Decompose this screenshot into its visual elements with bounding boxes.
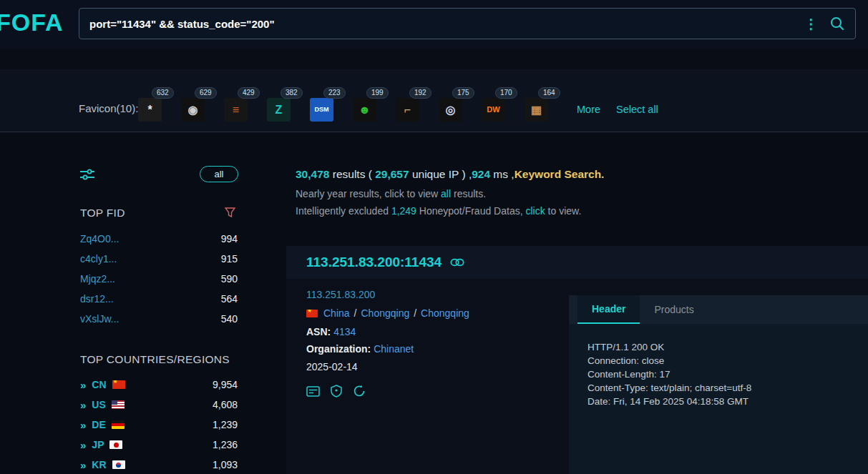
favicon-count-badge: 429 — [238, 87, 260, 99]
country-row: » JP 1,236 — [80, 438, 238, 452]
link-icon[interactable] — [450, 258, 464, 267]
country-link[interactable]: DE — [92, 419, 105, 430]
favicon-image: ◉ — [188, 104, 198, 116]
refresh-icon[interactable] — [353, 385, 366, 398]
favicon-image: * — [147, 104, 152, 116]
organization-label: Organization: — [306, 343, 371, 355]
favicon-item[interactable]: 192 ⌐ — [396, 98, 419, 122]
filter-settings-icon[interactable] — [80, 169, 94, 183]
honeypot-count: 1,249 — [391, 205, 416, 217]
favicon-item[interactable]: 199 ☻ — [353, 98, 376, 122]
keyword-search-label[interactable]: Keyword Search. — [515, 168, 605, 180]
tab-header[interactable]: Header — [577, 295, 640, 324]
filter-funnel-icon[interactable] — [225, 207, 235, 221]
favicon-label: Favicon(10): — [79, 102, 138, 114]
fid-link[interactable]: dsr12... — [80, 293, 114, 305]
http-header-line: HTTP/1.1 200 OK — [587, 340, 849, 354]
asn-link[interactable]: 4134 — [333, 326, 356, 337]
period-text: Nearly year results, click to view — [296, 188, 441, 199]
favicon-count-badge: 199 — [366, 87, 389, 99]
favicon-count-badge: 382 — [281, 87, 303, 99]
more-button[interactable]: More — [577, 104, 600, 115]
result-host-link[interactable]: 113.251.83.200:11434 — [306, 255, 442, 270]
country-count: 1,093 — [213, 459, 238, 470]
favicon-item[interactable]: 632 * — [138, 98, 162, 122]
favicon-item[interactable]: 429 ≡ — [224, 98, 248, 122]
tab-products[interactable]: Products — [640, 295, 708, 324]
country-count: 1,236 — [213, 439, 238, 450]
favicon-item[interactable]: 175 ◎ — [439, 98, 462, 122]
fid-link[interactable]: Zq4O0... — [80, 233, 119, 245]
double-chevron-icon: » — [80, 459, 86, 471]
country-row: » US 4,608 — [80, 398, 238, 412]
country-row: » KR 1,093 — [80, 458, 238, 472]
fid-row: dsr12... 564 — [80, 292, 238, 306]
ip-address-link[interactable]: 113.251.83.200 — [306, 289, 375, 300]
fid-row: c4cly1... 915 — [80, 252, 238, 266]
flag-kr — [112, 460, 125, 469]
fid-link[interactable]: c4cly1... — [80, 253, 117, 265]
favicon-image: ☻ — [359, 104, 371, 116]
honeypot-text-mid: Honeypot/Fraud Datas, — [416, 205, 526, 217]
period-text-post: results. — [451, 188, 486, 199]
fid-count: 590 — [221, 273, 238, 285]
favicon-count-badge: 164 — [538, 87, 560, 99]
result-card-body: 113.251.83.200 China / Chongqing / Chong… — [286, 279, 868, 474]
top-navigation-bar: FOFA ⋮ — [0, 0, 868, 49]
flag-jp — [109, 440, 122, 449]
country-row: » CN 9,954 — [80, 377, 238, 392]
search-input[interactable] — [89, 18, 797, 30]
detail-panel: Header Products HTTP/1.1 200 OK Connecti… — [569, 295, 868, 474]
favicon-image: DW — [487, 106, 499, 114]
honeypot-click-link[interactable]: click — [525, 205, 545, 217]
fid-row: vXslJw... 540 — [80, 312, 238, 326]
country-location-link[interactable]: China — [323, 307, 350, 319]
favicon-item[interactable]: 629 ◉ — [181, 98, 205, 122]
http-header-line: Connection: close — [587, 354, 849, 367]
search-icon[interactable] — [829, 16, 845, 31]
favicon-image: ▦ — [531, 104, 542, 116]
fid-link[interactable]: vXslJw... — [80, 313, 119, 325]
favicon-item[interactable]: 223 DSM — [310, 98, 333, 122]
organization-link[interactable]: Chinanet — [374, 343, 414, 355]
region-location-link[interactable]: Chongqing — [361, 307, 409, 319]
favicon-item[interactable]: 170 DW — [482, 98, 505, 122]
fid-row: Zq4O0... 994 — [80, 232, 238, 246]
certificate-icon[interactable] — [306, 385, 320, 398]
flag-de — [112, 420, 125, 429]
favicon-count-badge: 170 — [495, 87, 517, 99]
flag-us — [112, 400, 125, 409]
country-link[interactable]: JP — [92, 439, 104, 450]
favicon-item[interactable]: 382 Z — [267, 98, 291, 122]
city-location-link[interactable]: Chongqing — [421, 307, 469, 319]
results-period-line: Nearly year results, click to view all r… — [296, 188, 486, 199]
flag-cn — [306, 310, 318, 317]
select-all-button[interactable]: Select all — [616, 104, 658, 115]
country-link[interactable]: CN — [92, 379, 106, 390]
more-options-icon[interactable]: ⋮ — [804, 17, 818, 31]
unique-ip-count: 29,657 — [375, 168, 409, 180]
country-link[interactable]: KR — [92, 459, 106, 470]
http-header-line: Content-Type: text/plain; charset=utf-8 — [587, 381, 849, 395]
location-separator: / — [354, 307, 357, 319]
double-chevron-icon: » — [80, 399, 86, 411]
country-link[interactable]: US — [92, 399, 105, 410]
top-countries-title: TOP COUNTRIES/REGIONS — [80, 353, 230, 366]
country-count: 9,954 — [213, 379, 238, 390]
double-chevron-icon: » — [80, 439, 86, 451]
fofa-search-page: FOFA ⋮ Favicon(10): 632 * 629 ◉ — [0, 0, 868, 474]
favicon-filter-section: Favicon(10): 632 * 629 ◉ 429 ≡ 382 Z 223… — [0, 69, 868, 132]
view-all-link[interactable]: all — [441, 188, 451, 199]
favicon-item[interactable]: 164 ▦ — [525, 98, 548, 122]
result-card-header: 113.251.83.200:11434 — [286, 246, 868, 279]
results-summary-line: 30,478 results ( 29,657 unique IP ) ,924… — [296, 168, 604, 181]
fid-link[interactable]: Mjqz2... — [80, 273, 115, 285]
favicon-count-badge: 632 — [152, 87, 174, 99]
shield-tag-icon[interactable] — [330, 385, 343, 398]
all-filter-button[interactable]: all — [200, 166, 238, 182]
fofa-logo[interactable]: FOFA — [0, 9, 64, 36]
double-chevron-icon: » — [80, 419, 86, 431]
favicon-count-badge: 629 — [195, 87, 217, 99]
scan-date: 2025-02-14 — [306, 361, 358, 372]
favicon-count-badge: 223 — [323, 87, 346, 99]
